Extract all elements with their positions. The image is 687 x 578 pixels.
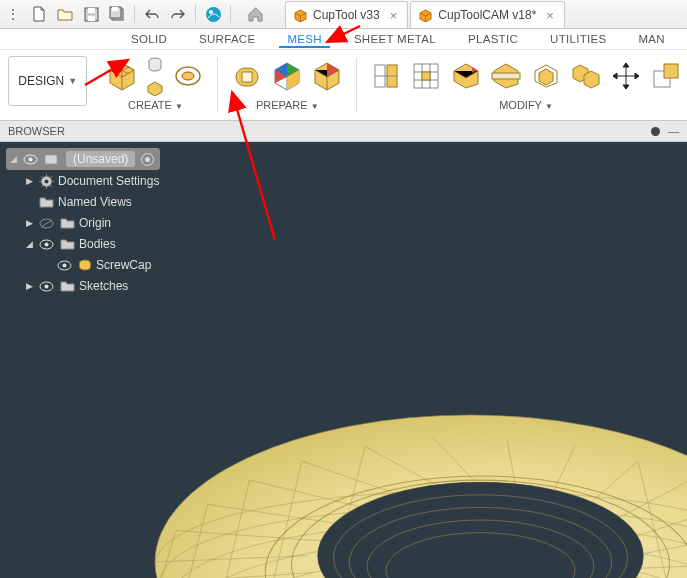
save-icon[interactable]: [80, 3, 102, 25]
tab-manage[interactable]: MAN: [622, 31, 680, 47]
remesh-icon[interactable]: [409, 59, 443, 93]
svg-rect-16: [492, 73, 520, 79]
tree-item-screwcap[interactable]: ▶ ScrewCap: [6, 255, 160, 275]
expand-icon[interactable]: ▶: [24, 176, 34, 186]
undo-icon[interactable]: [141, 3, 163, 25]
combine-icon[interactable]: [569, 59, 603, 93]
tree-item-document-settings[interactable]: ▶ Document Settings: [6, 171, 160, 191]
workspace-switcher[interactable]: DESIGN ▼: [8, 56, 87, 106]
tree-item-origin[interactable]: ▶ Origin: [6, 213, 160, 233]
file-tab-label: CupTool v33: [313, 8, 380, 22]
close-icon[interactable]: ×: [390, 8, 398, 23]
tessellate-icon[interactable]: [105, 59, 139, 93]
folder-icon: [39, 196, 54, 208]
browser-bullet-icon[interactable]: [651, 127, 660, 136]
active-component-icon[interactable]: [141, 153, 154, 166]
close-icon[interactable]: ×: [546, 8, 554, 23]
cube-icon: [419, 9, 432, 22]
new-file-icon[interactable]: [28, 3, 50, 25]
folder-icon: [60, 217, 75, 229]
tab-utilities[interactable]: UTILITIES: [534, 31, 622, 47]
file-tab[interactable]: CupToolCAM v18* ×: [410, 1, 565, 28]
combine-face-groups-icon[interactable]: [310, 59, 344, 93]
browser-collapse-icon[interactable]: —: [668, 125, 679, 137]
svg-point-84: [45, 284, 49, 288]
redo-icon[interactable]: [167, 3, 189, 25]
tree-root[interactable]: ◢ (Unsaved): [6, 148, 160, 170]
reduce-icon[interactable]: [449, 59, 483, 93]
svg-point-7: [209, 10, 213, 14]
plane-cut-icon[interactable]: [489, 59, 523, 93]
chevron-down-icon: ▼: [545, 102, 553, 111]
group-label[interactable]: PREPARE▼: [256, 99, 319, 111]
shell-icon[interactable]: [529, 59, 563, 93]
tree-label: Sketches: [79, 279, 128, 293]
svg-rect-5: [112, 7, 118, 11]
tab-mesh[interactable]: MESH: [271, 31, 337, 47]
tree-item-bodies[interactable]: ◢ Bodies: [6, 234, 160, 254]
insert-mesh-icon[interactable]: [145, 55, 165, 75]
browser-tree: ◢ (Unsaved) ▶ Document Settings ▶ Named …: [6, 148, 160, 297]
expand-icon[interactable]: ◢: [24, 239, 34, 249]
menu-icon[interactable]: ⋮: [2, 3, 24, 25]
folder-icon: [60, 238, 75, 250]
group-create: CREATE▼: [95, 50, 215, 120]
browser-title: BROWSER: [8, 125, 65, 137]
visibility-icon[interactable]: [39, 281, 54, 292]
tree-item-named-views[interactable]: ▶ Named Views: [6, 192, 160, 212]
svg-point-81: [63, 263, 67, 267]
svg-rect-2: [88, 16, 95, 21]
direct-edit-icon[interactable]: [369, 59, 403, 93]
tab-solid[interactable]: SOLID: [115, 31, 183, 47]
svg-line-72: [41, 176, 43, 178]
file-tab-label: CupToolCAM v18*: [438, 8, 536, 22]
tree-label: ScrewCap: [96, 258, 151, 272]
svg-point-10: [182, 72, 194, 80]
tab-sheetmetal[interactable]: SHEET METAL: [338, 31, 452, 47]
svg-line-75: [50, 176, 52, 178]
home-icon[interactable]: [244, 3, 266, 25]
chevron-down-icon: ▼: [311, 102, 319, 111]
svg-point-67: [45, 179, 49, 183]
visibility-icon[interactable]: [23, 154, 38, 165]
expand-icon[interactable]: ◢: [8, 154, 18, 164]
brep-to-mesh-icon[interactable]: [171, 59, 205, 93]
viewport[interactable]: ◢ (Unsaved) ▶ Document Settings ▶ Named …: [0, 142, 687, 578]
tree-label: (Unsaved): [66, 151, 135, 167]
create-mesh-section-icon[interactable]: [145, 78, 165, 98]
visibility-icon[interactable]: [39, 239, 54, 250]
file-tabs: CupTool v33 × CupToolCAM v18* ×: [285, 0, 567, 28]
tab-surface[interactable]: SURFACE: [183, 31, 271, 47]
move-icon[interactable]: [609, 59, 643, 93]
tree-label: Document Settings: [58, 174, 159, 188]
group-label[interactable]: MODIFY▼: [499, 99, 553, 111]
file-tab[interactable]: CupTool v33 ×: [285, 1, 408, 28]
svg-line-77: [41, 220, 52, 227]
scale-icon[interactable]: [649, 59, 683, 93]
browser-header: BROWSER —: [0, 121, 687, 142]
gear-icon: [39, 174, 54, 189]
tab-plastic[interactable]: PLASTIC: [452, 31, 534, 47]
visibility-off-icon[interactable]: [39, 218, 54, 229]
expand-icon[interactable]: ▶: [24, 218, 34, 228]
repair-icon[interactable]: [230, 59, 264, 93]
svg-point-64: [29, 157, 33, 161]
open-file-icon[interactable]: [54, 3, 76, 25]
quick-access-toolbar: ⋮ CupTool v33 × CupToolCAM v18* ×: [0, 0, 687, 29]
cube-icon: [294, 9, 307, 22]
save-all-icon[interactable]: [106, 3, 128, 25]
expand-icon[interactable]: ▶: [24, 281, 34, 291]
tree-item-sketches[interactable]: ▶ Sketches: [6, 276, 160, 296]
generate-face-groups-icon[interactable]: [270, 59, 304, 93]
component-icon: [44, 153, 58, 165]
svg-rect-18: [664, 64, 678, 78]
svg-rect-65: [45, 155, 57, 164]
chevron-down-icon: ▼: [68, 76, 77, 86]
svg-rect-1: [88, 8, 95, 13]
svg-line-74: [41, 185, 43, 187]
chevron-down-icon: ▼: [175, 102, 183, 111]
visibility-icon[interactable]: [57, 260, 72, 271]
group-label[interactable]: CREATE▼: [128, 99, 183, 111]
data-panel-icon[interactable]: [202, 3, 224, 25]
group-prepare: PREPARE▼: [220, 50, 354, 120]
